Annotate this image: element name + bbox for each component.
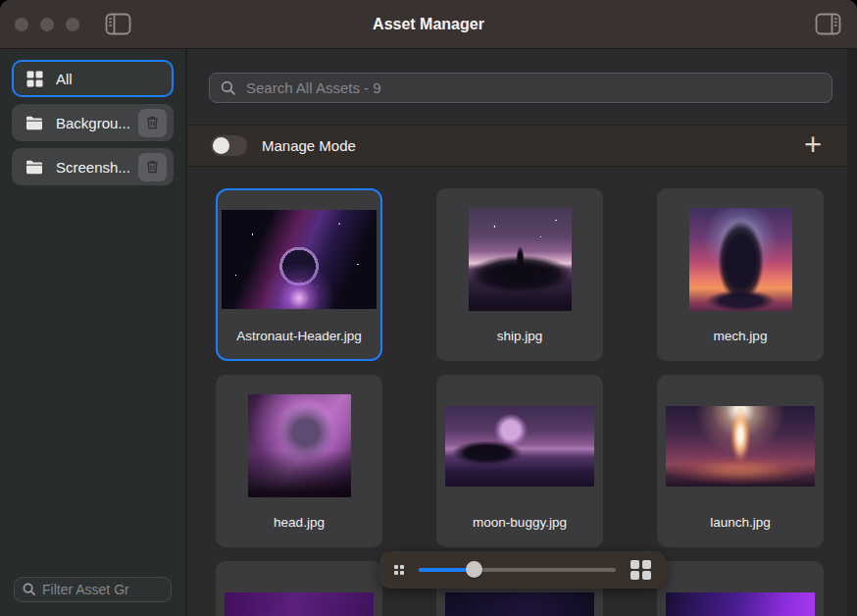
asset-thumbnail-area <box>659 563 822 616</box>
sidebar-group-item[interactable]: All <box>12 60 174 97</box>
sidebar-group-list: All Backgrou... Screensh... <box>0 49 185 196</box>
search-assets-field <box>209 73 832 103</box>
toggle-knob <box>213 137 229 154</box>
titlebar: Asset Manager <box>0 0 857 49</box>
asset-thumbnail-area <box>218 377 380 515</box>
sidebar-group-label: Screensh... <box>56 159 138 176</box>
sidebar-group-label: All <box>56 71 172 87</box>
asset-card[interactable] <box>657 561 824 616</box>
sidebar-group-item[interactable]: Backgrou... <box>12 104 174 141</box>
manage-mode-label: Manage Mode <box>262 137 356 154</box>
asset-thumbnail-area <box>218 563 380 616</box>
asset-thumbnail-area <box>659 377 822 515</box>
zoom-slider[interactable] <box>419 561 616 579</box>
add-asset-button[interactable]: + <box>802 129 824 160</box>
asset-manager-window: Asset Manager All <box>0 0 857 616</box>
main-content: Manage Mode + Astronaut-Header.jpg ship.… <box>187 49 857 616</box>
thumbnail-zoom-bar <box>379 551 666 589</box>
asset-filename: Astronaut-Header.jpg <box>236 329 362 348</box>
zoom-button[interactable] <box>66 18 79 31</box>
asset-filename: launch.jpg <box>710 515 771 535</box>
folder-icon <box>25 114 43 131</box>
asset-card[interactable]: launch.jpg <box>657 375 824 547</box>
zoom-slider-track[interactable] <box>419 568 616 572</box>
filter-asset-groups-field <box>14 577 172 602</box>
sidebar-group-item[interactable]: Screensh... <box>12 148 174 185</box>
asset-thumbnail <box>445 592 594 616</box>
asset-grid: Astronaut-Header.jpg ship.jpg mech.jpg h… <box>187 167 857 616</box>
minimize-button[interactable] <box>40 18 54 31</box>
asset-thumbnail <box>666 406 815 487</box>
asset-card[interactable]: ship.jpg <box>436 188 603 361</box>
delete-group-button[interactable] <box>138 153 167 181</box>
manage-mode-bar: Manage Mode + <box>187 125 847 167</box>
sidebar-group-label: Backgrou... <box>56 115 138 131</box>
window-title: Asset Manager <box>373 16 484 33</box>
asset-filename: mech.jpg <box>714 329 768 348</box>
asset-thumbnail <box>225 592 374 616</box>
search-icon <box>221 80 236 96</box>
asset-thumbnail <box>222 210 377 309</box>
asset-card[interactable] <box>216 561 382 616</box>
scrollbar-gutter[interactable] <box>847 49 857 616</box>
asset-filename: moon-buggy.jpg <box>473 515 567 535</box>
grid-large-icon[interactable] <box>630 560 651 581</box>
right-panel-toggle-icon[interactable] <box>815 13 841 35</box>
asset-thumbnail <box>666 592 815 616</box>
asset-filename: ship.jpg <box>497 329 543 348</box>
traffic-lights <box>15 18 79 31</box>
folder-icon <box>25 158 43 176</box>
asset-thumbnail <box>445 406 594 487</box>
grid-small-icon[interactable] <box>394 565 405 576</box>
manage-mode-toggle[interactable] <box>211 135 247 156</box>
asset-thumbnail-area <box>218 190 380 329</box>
zoom-slider-thumb[interactable] <box>466 561 482 578</box>
asset-card[interactable]: head.jpg <box>216 375 382 547</box>
sidebar: All Backgrou... Screensh... <box>0 49 187 616</box>
search-assets-input[interactable] <box>236 79 832 96</box>
close-button[interactable] <box>15 18 28 31</box>
asset-thumbnail-area <box>659 190 822 329</box>
asset-card[interactable]: Astronaut-Header.jpg <box>216 188 382 361</box>
sidebar-toggle-icon[interactable] <box>105 13 131 35</box>
asset-thumbnail <box>248 394 351 497</box>
asset-thumbnail <box>689 208 792 311</box>
asset-filename: head.jpg <box>274 515 325 535</box>
asset-card[interactable]: mech.jpg <box>657 188 824 361</box>
search-icon <box>23 583 36 596</box>
asset-thumbnail-area <box>438 190 601 329</box>
asset-card[interactable]: moon-buggy.jpg <box>436 375 603 547</box>
asset-thumbnail <box>469 208 572 311</box>
filter-asset-groups-input[interactable] <box>36 582 171 597</box>
asset-thumbnail-area <box>438 377 601 515</box>
grid-icon <box>25 70 43 87</box>
delete-group-button[interactable] <box>138 109 167 137</box>
